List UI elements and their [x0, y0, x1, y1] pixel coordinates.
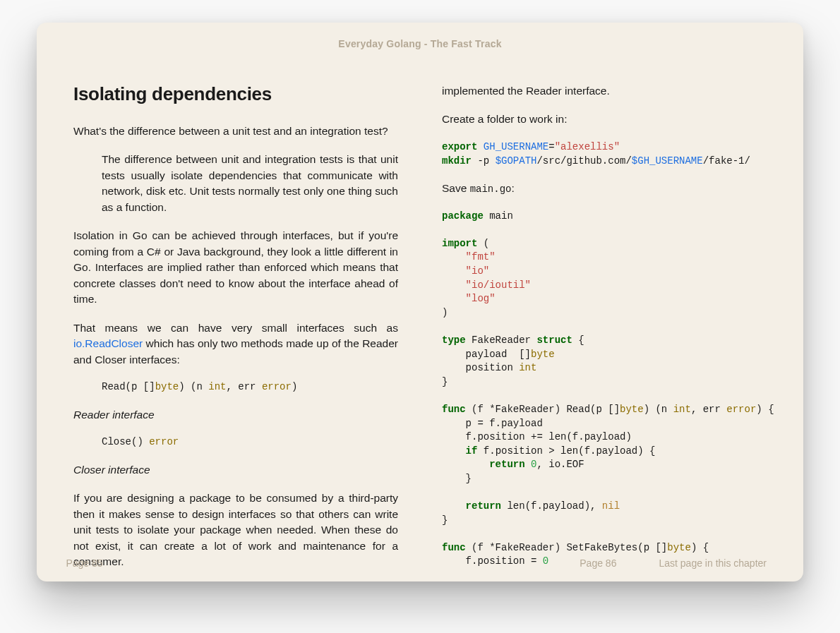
- page-number-left: Page 85: [37, 557, 258, 569]
- paragraph: Save main.go:: [442, 181, 767, 196]
- paragraph: Isolation in Go can be achieved through …: [73, 228, 398, 307]
- paragraph: implemented the Reader interface.: [442, 83, 767, 99]
- paragraph: That means we can have very small interf…: [73, 320, 398, 368]
- viewport: Everyday Golang - The Fast Track Isolati…: [0, 0, 840, 633]
- interface-label: Reader interface: [73, 407, 398, 423]
- link-io-readcloser[interactable]: io.ReadCloser: [73, 337, 143, 349]
- blockquote: The difference between unit and integrat…: [102, 152, 398, 215]
- interface-label: Closer interface: [73, 462, 398, 478]
- two-column-layout: Isolating dependencies What's the differ…: [73, 83, 767, 581]
- code-reader-signature: Read(p []byte) (n int, err error): [102, 380, 398, 394]
- paragraph: What's the difference between a unit tes…: [73, 123, 398, 139]
- code-go-source: package main import ( "fmt" "io" "io/iou…: [442, 210, 767, 569]
- chapter-end-label: Last page in this chapter: [659, 557, 767, 569]
- text: That means we can have very small interf…: [73, 322, 398, 334]
- paragraph: Create a folder to work in:: [442, 111, 767, 127]
- text: Save: [442, 182, 470, 194]
- code-closer-signature: Close() error: [102, 435, 398, 450]
- section-heading: Isolating dependencies: [73, 83, 398, 105]
- book-page: Everyday Golang - The Fast Track Isolati…: [37, 23, 803, 581]
- text: :: [511, 182, 514, 194]
- left-column: Isolating dependencies What's the differ…: [73, 83, 398, 581]
- inline-code: main.go: [470, 183, 512, 195]
- page-number-right: Page 86: [580, 557, 616, 569]
- page-footer: Page 85 Page 86 Last page in this chapte…: [37, 557, 803, 569]
- book-title: Everyday Golang - The Fast Track: [73, 38, 767, 49]
- right-column: implemented the Reader interface. Create…: [442, 83, 767, 581]
- code-shell: export GH_USERNAME="alexellis" mkdir -p …: [442, 140, 767, 168]
